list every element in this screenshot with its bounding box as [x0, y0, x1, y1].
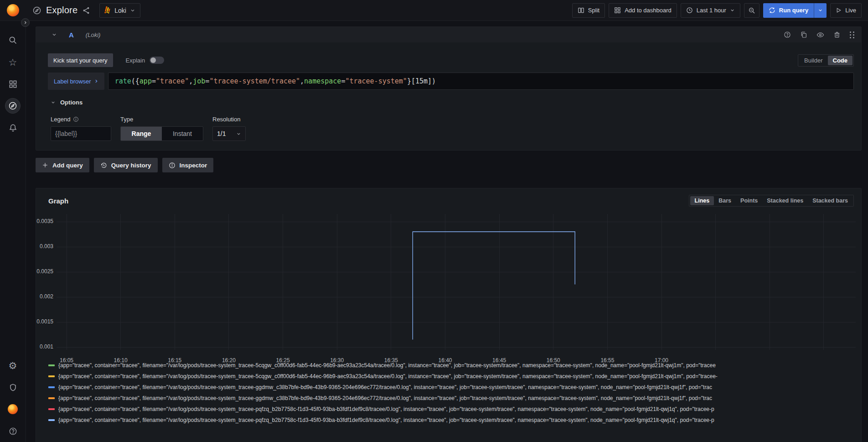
- run-query-label: Run query: [779, 7, 808, 14]
- x-axis-tick: 16:35: [380, 357, 402, 364]
- options-section-toggle[interactable]: Options: [51, 99, 854, 106]
- play-icon: [836, 7, 842, 13]
- topbar: Explore Loki Split Add to dashboard Last…: [0, 0, 868, 21]
- query-history-button[interactable]: Query history: [94, 158, 158, 172]
- legend-item[interactable]: {app="tracee", container="tracee", filen…: [48, 415, 861, 426]
- legend-label: {app="tracee", container="tracee", filen…: [58, 395, 712, 401]
- legend-swatch: [48, 375, 55, 377]
- type-option-instant[interactable]: Instant: [162, 127, 203, 140]
- sidebar-item-explore[interactable]: [0, 95, 26, 117]
- drag-handle-icon[interactable]: [850, 31, 855, 38]
- legend-swatch: [48, 419, 55, 421]
- options-header-label: Options: [60, 99, 83, 106]
- resolution-option-label: Resolution: [212, 116, 249, 123]
- query-datasource-hint: (Loki): [86, 31, 101, 38]
- sidebar-item-dashboards[interactable]: [0, 73, 26, 95]
- legend-label: {app="tracee", container="tracee", filen…: [58, 417, 714, 423]
- graph-mode-points[interactable]: Points: [736, 196, 762, 205]
- sidebar: ☆ ⚙: [0, 21, 26, 442]
- time-range-picker[interactable]: Last 1 hour: [681, 3, 740, 18]
- page-title: Explore: [46, 5, 78, 16]
- grafana-logo[interactable]: [0, 0, 26, 21]
- legend-label: {app="tracee", container="tracee", filen…: [58, 406, 714, 412]
- legend-label: {app="tracee", container="tracee", filen…: [58, 384, 712, 390]
- label-browser-button[interactable]: Label browser: [48, 73, 104, 90]
- builder-mode-button[interactable]: Builder: [799, 56, 827, 65]
- graph-panel: Graph LinesBarsPointsStacked linesStacke…: [36, 188, 862, 442]
- clock-icon: [686, 7, 693, 14]
- sidebar-item-admin[interactable]: [0, 376, 26, 398]
- editor-mode-toggle: Builder Code: [798, 54, 854, 67]
- x-axis-tick: 16:20: [218, 357, 240, 364]
- graph-mode-bars[interactable]: Bars: [714, 196, 736, 205]
- inspector-button[interactable]: Inspector: [162, 158, 214, 172]
- x-axis-tick: 16:50: [542, 357, 564, 364]
- info-circle-icon: [169, 162, 176, 169]
- chart-svg: [57, 210, 856, 354]
- chevron-down-icon: [130, 8, 135, 13]
- chart-plot-area[interactable]: 0.00350.0030.00250.0020.00150.00116:0516…: [36, 210, 855, 354]
- legend-format-input[interactable]: [51, 126, 111, 141]
- y-axis-tick: 0.001: [36, 343, 53, 350]
- star-icon: ☆: [9, 57, 17, 67]
- datasource-name: Loki: [114, 7, 126, 14]
- legend-item[interactable]: {app="tracee", container="tracee", filen…: [48, 382, 861, 393]
- sidebar-item-profile[interactable]: [0, 398, 26, 420]
- live-button[interactable]: Live: [830, 3, 862, 18]
- query-expression: rate({app="tracee",job="tracee-system/tr…: [115, 77, 436, 85]
- x-axis-tick: 16:45: [488, 357, 510, 364]
- type-option-label: Type: [120, 116, 203, 123]
- sidebar-expand-button[interactable]: [21, 18, 30, 27]
- run-query-caret-button[interactable]: [814, 3, 827, 18]
- sync-icon: [769, 7, 775, 14]
- share-icon[interactable]: [82, 6, 90, 15]
- sidebar-item-alerting[interactable]: [0, 117, 26, 139]
- sidebar-item-search[interactable]: [0, 29, 26, 51]
- resolution-value: 1/1: [217, 130, 226, 137]
- add-to-dashboard-button[interactable]: Add to dashboard: [609, 3, 677, 18]
- avatar: [8, 404, 18, 414]
- history-icon: [100, 162, 107, 169]
- legend-item[interactable]: {app="tracee", container="tracee", filen…: [48, 404, 861, 415]
- query-row-header[interactable]: A (Loki): [36, 27, 861, 42]
- explain-toggle[interactable]: [150, 57, 164, 64]
- y-axis-tick: 0.0035: [36, 218, 53, 224]
- datasource-picker[interactable]: Loki: [99, 3, 140, 18]
- add-query-label: Add query: [52, 162, 83, 169]
- add-query-button[interactable]: Add query: [36, 158, 89, 172]
- code-mode-button[interactable]: Code: [828, 56, 853, 65]
- x-axis-tick: 17:00: [651, 357, 672, 364]
- type-option-range[interactable]: Range: [121, 127, 162, 140]
- graph-mode-stacked-lines[interactable]: Stacked lines: [762, 196, 808, 205]
- copy-icon[interactable]: [800, 31, 807, 38]
- gear-icon: ⚙: [9, 361, 17, 370]
- compass-icon: [8, 101, 17, 110]
- x-axis-tick: 16:15: [164, 357, 186, 364]
- graph-mode-lines[interactable]: Lines: [690, 196, 714, 205]
- legend-item[interactable]: {app="tracee", container="tracee", filen…: [48, 393, 861, 404]
- x-axis-tick: 16:10: [110, 357, 132, 364]
- kick-start-query-button[interactable]: Kick start your query: [48, 53, 113, 67]
- collapse-chevron-icon[interactable]: [52, 32, 57, 37]
- graph-legend: {app="tracee", container="tracee", filen…: [48, 360, 861, 426]
- x-axis-tick: 16:40: [434, 357, 456, 364]
- legend-swatch: [48, 364, 55, 366]
- y-axis-tick: 0.0015: [36, 318, 53, 325]
- time-range-label: Last 1 hour: [697, 7, 726, 14]
- sidebar-item-settings[interactable]: ⚙: [0, 354, 26, 376]
- resolution-select[interactable]: 1/1: [212, 126, 246, 141]
- legend-item[interactable]: {app="tracee", container="tracee", filen…: [48, 371, 861, 382]
- query-code-editor[interactable]: rate({app="tracee",job="tracee-system/tr…: [108, 73, 854, 90]
- split-button[interactable]: Split: [572, 3, 605, 18]
- query-history-label: Query history: [111, 162, 151, 169]
- run-query-button[interactable]: Run query: [763, 3, 814, 18]
- zoom-out-button[interactable]: [744, 3, 760, 18]
- trash-icon[interactable]: [833, 31, 841, 38]
- graph-mode-stacked-bars[interactable]: Stacked bars: [808, 196, 852, 205]
- sidebar-item-help[interactable]: [0, 420, 26, 442]
- explore-compass-icon: [32, 6, 41, 15]
- chevron-down-icon: [818, 8, 823, 13]
- sidebar-item-starred[interactable]: ☆: [0, 51, 26, 73]
- help-circle-icon[interactable]: [784, 31, 791, 38]
- eye-icon[interactable]: [816, 31, 824, 39]
